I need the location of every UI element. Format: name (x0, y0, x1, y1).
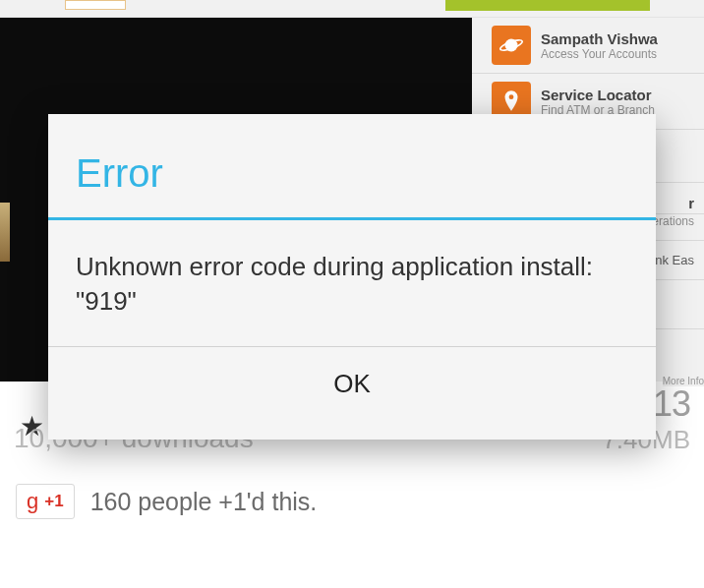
dialog-message: Unknown error code during application in… (76, 250, 628, 319)
error-dialog: Error Unknown error code during applicat… (48, 114, 656, 440)
dialog-body: Unknown error code during application in… (48, 220, 656, 346)
ok-button[interactable]: OK (294, 363, 410, 405)
dialog-title: Error (48, 114, 656, 217)
dialog-actions: OK (48, 346, 656, 425)
